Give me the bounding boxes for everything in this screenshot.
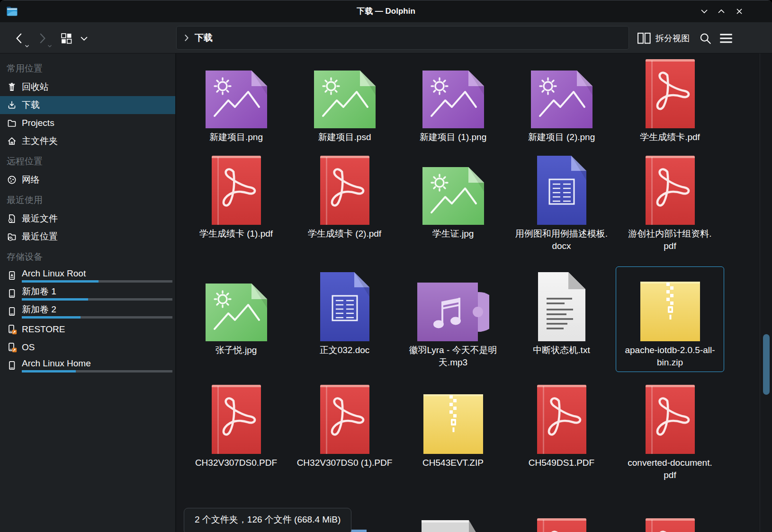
scrollbar-track[interactable]: [760, 53, 772, 532]
file-item[interactable]: 游创社内部计组资料.pdf: [616, 152, 724, 256]
split-view-icon: [637, 33, 651, 44]
file-item[interactable]: 新建项目.psd: [290, 56, 399, 147]
file-item[interactable]: CH543EVT.ZIP: [399, 382, 507, 485]
titlebar[interactable]: 下载 — Dolphin: [0, 0, 772, 22]
file-name: 徽羽Lyra - 今天不是明天.mp3: [409, 344, 497, 369]
file-item[interactable]: 学生证.jpg: [399, 152, 507, 256]
file-item[interactable]: 学生成绩卡 (1).pdf: [182, 152, 290, 256]
maximize-button[interactable]: [715, 6, 727, 17]
file-name: CH543EVT.ZIP: [422, 457, 484, 469]
sidebar-item[interactable]: 主文件夹: [0, 132, 175, 150]
pdf-file-icon: [509, 518, 614, 532]
location-breadcrumb-bar[interactable]: 下载: [176, 26, 629, 50]
drive-icon: [7, 306, 17, 317]
window-title: 下载 — Dolphin: [0, 0, 772, 22]
sidebar-item[interactable]: 最近文件: [0, 210, 175, 228]
sidebar-item-label: 下载: [22, 100, 172, 110]
sidebar-item[interactable]: Arch Linux Root: [0, 266, 175, 284]
file-item[interactable]: apache-iotdb-2.0.5-all-bin.zip: [616, 266, 724, 372]
file-item[interactable]: 新建项目.png: [182, 56, 290, 147]
file-name: 新建项目 (2).png: [528, 131, 595, 143]
sidebar-item[interactable]: 网络: [0, 171, 175, 189]
folder-clock-icon: [7, 231, 17, 242]
forward-button[interactable]: [31, 29, 53, 48]
forward-arrow-icon: [36, 32, 49, 45]
sidebar-item[interactable]: 下载: [0, 96, 175, 114]
file-name: 学生成绩卡 (1).pdf: [199, 228, 273, 240]
split-view-button[interactable]: 拆分视图: [633, 29, 694, 48]
back-button[interactable]: [9, 29, 30, 48]
file-item[interactable]: 新建项目 (2).png: [507, 56, 616, 147]
sidebar-item[interactable]: Arch Linux Home: [0, 356, 175, 374]
file-name: 新建项目.psd: [318, 131, 371, 143]
txt-file-icon: [509, 269, 614, 341]
file-grid-row: 张子悦.jpg 正文032.doc 徽羽Lyra - 今天不是明天.mp3 中断…: [182, 266, 724, 372]
file-item[interactable]: 新建项目 (1).png: [399, 56, 507, 147]
sidebar-item[interactable]: RESTORE: [0, 320, 175, 338]
file-item[interactable]: 张子悦.jpg: [182, 266, 290, 372]
file-name: 游创社内部计组资料.pdf: [628, 228, 711, 252]
close-button[interactable]: [733, 6, 745, 17]
file-item[interactable]: [399, 515, 507, 532]
sidebar-item[interactable]: 最近位置: [0, 228, 175, 246]
doc-file-icon: [509, 155, 614, 225]
sidebar-item-label: 最近文件: [22, 213, 172, 224]
file-name: 中断状态机.txt: [533, 344, 590, 356]
sidebar-item[interactable]: 新加卷 2: [0, 302, 175, 320]
status-bar: 2 个文件夹，126 个文件 (668.4 MiB): [184, 508, 351, 532]
file-name: 张子悦.jpg: [215, 344, 257, 356]
package-file-icon: [400, 518, 506, 532]
sidebar-item[interactable]: 新加卷 1: [0, 284, 175, 302]
file-item[interactable]: converted-document.pdf: [616, 382, 724, 485]
file-grid-row: 学生成绩卡 (1).pdf 学生成绩卡 (2).pdf 学生证.jpg 用例图和…: [182, 152, 724, 256]
file-item[interactable]: [507, 515, 616, 532]
sidebar-item-label: 新加卷 2: [22, 304, 172, 315]
drive-unmounted-icon: [7, 324, 17, 335]
file-name: 学生成绩卡 (2).pdf: [308, 228, 381, 240]
sidebar-item[interactable]: 回收站: [0, 78, 175, 96]
file-item[interactable]: 学生成绩卡.pdf: [616, 56, 724, 147]
pdf-file-icon: [183, 155, 289, 225]
search-button[interactable]: [696, 29, 714, 48]
file-item[interactable]: 正文032.doc: [290, 266, 399, 372]
menu-button[interactable]: [716, 29, 736, 48]
file-item[interactable]: [616, 515, 724, 532]
file-item[interactable]: 学生成绩卡 (2).pdf: [290, 152, 399, 256]
image-purple-file-icon: [509, 59, 614, 128]
file-item[interactable]: CH32V307DS0.PDF: [182, 382, 290, 485]
folder-view[interactable]: 新建项目.png 新建项目.psd 新建项目 (1).png 新建项目 (2).…: [177, 53, 772, 532]
disk-usage-bar: [22, 280, 172, 283]
sidebar-item-label: OS: [22, 342, 172, 353]
sidebar-item[interactable]: OS: [0, 338, 175, 356]
file-name: 新建项目 (1).png: [420, 131, 486, 143]
image-purple-file-icon: [400, 59, 506, 128]
sidebar-item-label: RESTORE: [22, 324, 172, 335]
disk-usage-bar: [22, 370, 172, 372]
chevron-up-icon: [715, 6, 727, 17]
scrollbar-thumb[interactable]: [763, 334, 770, 395]
pdf-file-icon: [617, 518, 723, 532]
sidebar-section-header: 存储设备: [0, 248, 175, 266]
file-name: CH549DS1.PDF: [529, 457, 594, 469]
view-mode-button[interactable]: [56, 29, 77, 48]
view-mode-dropdown[interactable]: [77, 29, 91, 48]
zip-file-icon: [617, 269, 723, 341]
file-item[interactable]: 中断状态机.txt: [507, 266, 616, 372]
zip-file-icon: [400, 385, 506, 454]
file-item[interactable]: CH32V307DS0 (1).PDF: [290, 382, 399, 485]
sidebar-item-label: 主文件夹: [22, 136, 172, 146]
file-item[interactable]: CH549DS1.PDF: [507, 382, 616, 485]
file-item[interactable]: 徽羽Lyra - 今天不是明天.mp3: [399, 266, 507, 372]
sidebar-item-label: Arch Linux Home: [22, 358, 172, 369]
pdf-file-icon: [617, 155, 723, 225]
breadcrumb-folder[interactable]: 下载: [195, 32, 213, 44]
drive-arch-icon: [7, 270, 17, 281]
minimize-button[interactable]: [698, 6, 710, 17]
dolphin-window: 下载 — Dolphin: [0, 0, 772, 532]
pdf-file-icon: [509, 385, 614, 454]
sidebar-item[interactable]: Projects: [0, 114, 175, 132]
file-grid-row: 新建项目.png 新建项目.psd 新建项目 (1).png 新建项目 (2).…: [182, 56, 724, 147]
hamburger-menu-icon: [719, 32, 733, 44]
file-item[interactable]: 用例图和用例描述模板.docx: [507, 152, 616, 256]
sidebar-item-label: Arch Linux Root: [22, 268, 172, 279]
